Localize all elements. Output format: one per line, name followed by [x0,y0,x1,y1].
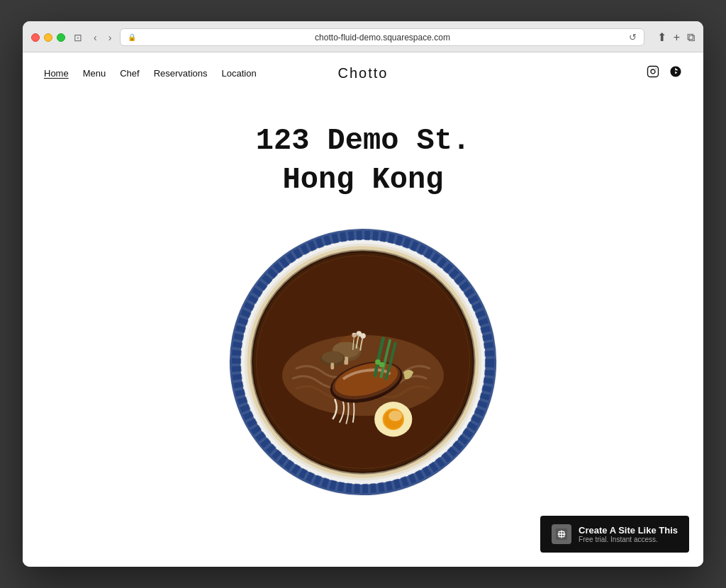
back-button[interactable]: ‹ [91,30,100,45]
browser-chrome: ⊡ ‹ › 🔒 chotto-fluid-demo.squarespace.co… [23,21,703,52]
squarespace-text-block: Create A Site Like This Free trial. Inst… [579,525,678,543]
hero-section: 123 Demo St. Hong Kong [23,94,703,567]
nav-location[interactable]: Location [222,68,257,79]
forward-button[interactable]: › [106,30,115,45]
share-button[interactable]: ⬆ [657,30,666,44]
new-tab-button[interactable]: + [674,31,680,44]
sidebar-toggle-button[interactable]: ⊡ [71,30,85,45]
svg-rect-0 [648,67,659,77]
svg-point-1 [651,69,655,74]
svg-point-26 [379,362,385,368]
duplicate-tab-button[interactable]: ⧉ [687,31,695,44]
nav-chef[interactable]: Chef [120,68,139,79]
svg-rect-18 [344,357,348,365]
site-navigation: Home Menu Chef Reservations Location Cho… [23,52,703,94]
lock-icon: 🔒 [128,33,136,41]
browser-actions: ⬆ + ⧉ [657,30,695,44]
hero-address-line2: Hong Kong [256,161,470,200]
nav-social [647,65,682,81]
browser-controls: ⊡ ‹ › 🔒 chotto-fluid-demo.squarespace.co… [31,28,695,46]
squarespace-logo-icon [552,524,571,544]
close-button[interactable] [31,33,40,42]
instagram-icon[interactable] [647,65,659,81]
nav-home[interactable]: Home [44,68,69,79]
svg-rect-21 [330,363,334,370]
squarespace-sub-text: Free trial. Instant access. [579,536,678,543]
yelp-icon[interactable] [669,65,682,81]
svg-point-2 [656,68,657,69]
browser-window: ⊡ ‹ › 🔒 chotto-fluid-demo.squarespace.co… [23,21,703,567]
minimize-button[interactable] [44,33,52,42]
squarespace-main-text: Create A Site Like This [579,525,678,536]
ramen-bowl-image [228,227,498,497]
svg-point-30 [389,411,402,422]
maximize-button[interactable] [57,33,65,42]
url-display: chotto-fluid-demo.squarespace.com [140,33,624,43]
site-logo: Chotto [338,65,389,81]
hero-address: 123 Demo St. Hong Kong [256,122,470,199]
nav-links: Home Menu Chef Reservations Location [44,68,257,79]
traffic-lights [31,33,65,42]
svg-point-23 [360,333,366,339]
site-content: Home Menu Chef Reservations Location Cho… [23,52,703,567]
reload-button[interactable]: ↺ [629,32,637,43]
svg-point-20 [322,351,343,363]
address-bar[interactable]: 🔒 chotto-fluid-demo.squarespace.com ↺ [120,28,644,46]
nav-menu[interactable]: Menu [83,68,106,79]
nav-reservations[interactable]: Reservations [154,68,208,79]
hero-address-line1: 123 Demo St. [256,122,470,161]
squarespace-banner[interactable]: Create A Site Like This Free trial. Inst… [540,516,689,553]
